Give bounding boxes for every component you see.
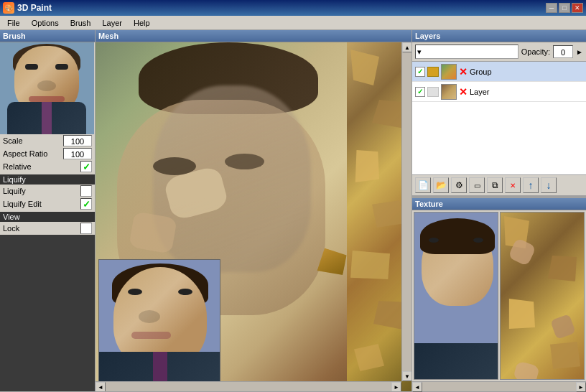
mesh-panel-header: Mesh	[96, 30, 411, 42]
inset-eye-left	[128, 289, 142, 295]
app-icon: 🎨	[3, 2, 14, 14]
lock-checkbox[interactable]	[80, 223, 92, 234]
layer-name: Layer	[470, 88, 583, 96]
tex-frag-1	[350, 50, 379, 85]
close-button[interactable]: ✕	[572, 3, 583, 13]
scale-row: Scale 100	[0, 134, 95, 147]
open-file-button[interactable]: 📂	[433, 177, 449, 193]
layers-panel-header: Layers	[412, 30, 586, 42]
layer-page-icon	[427, 87, 439, 97]
layer-row-group[interactable]: ✓ ✕ Group	[412, 62, 586, 82]
scale-value[interactable]: 100	[63, 135, 92, 146]
layers-list: ✓ ✕ Group ✓	[412, 62, 586, 174]
tex-scroll-right[interactable]: ►	[576, 382, 586, 392]
lock-label: Lock	[3, 224, 80, 233]
tex-frag-5	[350, 251, 390, 281]
layers-dropdown-arrow: ▾	[417, 47, 422, 57]
liquify-edit-label: Liquify Edit	[3, 200, 80, 208]
group-folder-icon	[427, 67, 439, 77]
layer-visibility-check[interactable]: ✓	[415, 87, 425, 97]
brush-panel-fill	[0, 235, 95, 391]
relative-checkmark: ✓	[83, 162, 90, 172]
delete-layer-button[interactable]: ✕	[505, 177, 521, 193]
relative-checkbox[interactable]: ✓	[80, 161, 92, 172]
tex-frag-3	[354, 150, 379, 182]
inset-nose	[139, 310, 160, 323]
liquify-edit-checkbox[interactable]: ✓	[80, 198, 92, 210]
title-bar: 🎨 3D Paint ─ □ ✕	[0, 0, 586, 16]
texture-panel: Texture	[412, 198, 586, 391]
scroll-right-btn[interactable]: ►	[391, 382, 401, 391]
copy-button[interactable]: ⧉	[487, 177, 503, 193]
portrait-nose	[37, 80, 56, 91]
mesh-canvas[interactable]: ▲ ▼ ◄ ►	[96, 42, 411, 391]
portrait-suit	[7, 102, 86, 134]
mesh-panel: Mesh	[96, 30, 412, 391]
texture-panel-header: Texture	[412, 198, 586, 210]
tex2-bg	[501, 213, 584, 379]
minimize-button[interactable]: ─	[546, 3, 557, 13]
layers-toolbar: ▾ Opacity: 0 ►	[412, 42, 586, 62]
menu-file[interactable]: File	[1, 17, 26, 29]
tex2-frag-2	[548, 256, 577, 284]
liquify-checkbox[interactable]	[80, 185, 92, 197]
layer-thumbnail	[441, 84, 457, 100]
settings-button[interactable]: ⚙	[451, 177, 467, 193]
tex1-eye-l	[429, 238, 439, 243]
tex-scroll-track	[422, 382, 576, 391]
content-area: Brush Scale 100 Aspect	[0, 30, 586, 391]
texture-scrollbar-h[interactable]: ◄ ►	[412, 381, 586, 391]
brush-panel-header: Brush	[0, 30, 95, 42]
scroll-up-btn[interactable]: ▲	[402, 42, 411, 52]
relative-row: Relative ✓	[0, 160, 95, 173]
mesh-distortion-2	[129, 211, 177, 254]
right-panel: Layers ▾ Opacity: 0 ► ✓	[412, 30, 586, 391]
group-visibility-check[interactable]: ✓	[415, 67, 425, 77]
brush-preview	[0, 42, 94, 134]
menu-help[interactable]: Help	[128, 17, 156, 29]
inset-mouth	[131, 332, 171, 339]
window-title: 3D Paint	[17, 3, 52, 13]
liquify-edit-row: Liquify Edit ✓	[0, 197, 95, 210]
mesh-scrollbar-v[interactable]: ▲ ▼	[401, 42, 411, 381]
scroll-left-btn[interactable]: ◄	[96, 382, 106, 391]
opacity-arrow[interactable]: ►	[576, 48, 583, 56]
maximize-button[interactable]: □	[559, 3, 570, 13]
mesh-eye-right	[225, 154, 264, 169]
opacity-value[interactable]: 0	[553, 45, 573, 58]
menu-options[interactable]: Options	[26, 17, 65, 29]
texture-content	[412, 210, 586, 381]
aspect-ratio-row: Aspect Ratio 100	[0, 147, 95, 160]
move-up-button[interactable]: ↑	[523, 177, 539, 193]
tex-frag-7	[354, 344, 384, 371]
scale-label: Scale	[3, 136, 63, 145]
tex2-skin-2	[550, 314, 576, 340]
texture-thumb-2[interactable]	[500, 212, 585, 380]
menu-layer[interactable]: Layer	[96, 17, 128, 29]
layer-delete-icon[interactable]: ✕	[459, 86, 468, 98]
mesh-face-container	[96, 42, 411, 391]
layer-row-layer[interactable]: ✓ ✕ Layer	[412, 82, 586, 102]
move-down-button[interactable]: ↓	[541, 177, 557, 193]
layers-dropdown[interactable]: ▾	[415, 45, 518, 59]
mesh-scrollbar-h[interactable]: ◄ ►	[96, 381, 401, 391]
texture-thumb-1[interactable]	[414, 212, 498, 380]
aspect-ratio-value[interactable]: 100	[63, 148, 92, 159]
new-layer-button[interactable]: 📄	[415, 177, 431, 193]
liquify-section-header: Liquify	[0, 174, 95, 185]
window-controls[interactable]: ─ □ ✕	[546, 3, 583, 13]
tex1-suit	[414, 343, 498, 379]
menu-brush[interactable]: Brush	[65, 17, 97, 29]
tex-scroll-left[interactable]: ◄	[412, 382, 422, 392]
group-delete-icon[interactable]: ✕	[459, 66, 468, 78]
tex1-bg	[414, 213, 498, 379]
frame-button[interactable]: ▭	[469, 177, 485, 193]
tex2-frag-4	[550, 342, 580, 369]
scroll-track-v	[402, 52, 411, 371]
titlebar-left: 🎨 3D Paint	[3, 2, 52, 14]
scroll-down-btn[interactable]: ▼	[402, 371, 411, 381]
view-section-header: View	[0, 212, 95, 222]
portrait-eye-left	[25, 64, 38, 70]
group-thumbnail	[441, 64, 457, 80]
portrait-eye-right	[55, 64, 68, 70]
